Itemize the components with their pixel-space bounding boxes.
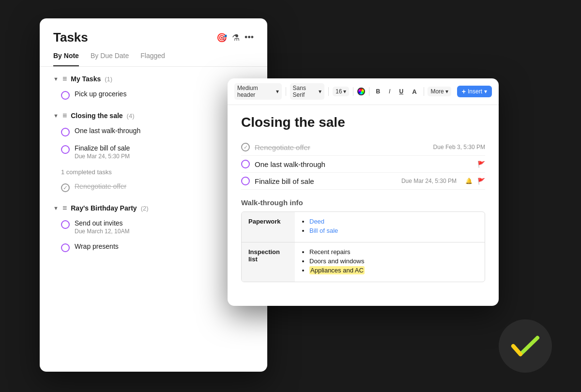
link-bill-of-sale[interactable]: Bill of sale <box>309 227 338 234</box>
task-checkbox-groceries[interactable] <box>61 91 70 100</box>
chevron-down-icon-2: ▾ <box>319 88 321 95</box>
section-icon-my-tasks: ≡ <box>62 75 67 83</box>
chevron-down-icon-5: ▾ <box>484 88 487 95</box>
task-checkbox-renegotiate[interactable]: ✓ <box>61 183 70 192</box>
editor-task-renegotiate[interactable]: ✓ Renegotiate offer Due Feb 3, 5:30 PM <box>241 139 485 156</box>
toolbar-divider-5 <box>424 87 424 96</box>
task-checkbox-presents[interactable] <box>61 243 70 252</box>
task-content-bill: Finalize bill of sale Due Mar 24, 5:30 P… <box>75 144 231 160</box>
editor-task-name-bill: Finalize bill of sale <box>255 177 397 185</box>
color-picker[interactable] <box>357 88 365 95</box>
italic-button[interactable]: I <box>386 87 393 96</box>
section-arrow-my-tasks[interactable]: ▼ <box>53 76 59 82</box>
tasks-header: Tasks 🎯 ⚗ ••• <box>40 18 267 45</box>
task-due-invites: Due March 12, 10AM <box>75 228 231 235</box>
flag-icon-walkthrough: 🚩 <box>477 161 485 168</box>
flag-icon-editor-bill: 🚩 <box>477 178 485 185</box>
editor-check-bill[interactable] <box>241 177 250 185</box>
toolbar-divider-1 <box>286 87 286 96</box>
editor-task-bill[interactable]: Finalize bill of sale Due Mar 24, 5:30 P… <box>241 173 485 190</box>
filter-icon[interactable]: ⚗ <box>232 32 240 43</box>
table-value-inspection: Recent repairs Doors and windows Applian… <box>295 242 485 282</box>
chevron-down-icon-4: ▾ <box>445 88 448 95</box>
section-count-birthday: (2) <box>141 205 149 212</box>
editor-task-due-bill: Due Mar 24, 5:30 PM <box>401 178 457 184</box>
task-name-renegotiate: Renegotiate offer <box>75 182 254 190</box>
section-arrow-closing[interactable]: ▼ <box>53 113 59 119</box>
style-select[interactable]: Medium header ▾ <box>234 83 282 100</box>
editor-title: Closing the sale <box>241 115 485 130</box>
task-content-invites: Send out invites Due March 12, 10AM <box>75 219 231 235</box>
info-table: Paperwork Deed Bill of sale Inspection l… <box>241 211 485 282</box>
task-due-bill: Due Mar 24, 5:30 PM <box>75 153 231 160</box>
chevron-down-icon-3: ▾ <box>343 88 346 95</box>
toolbar-divider-4 <box>369 87 369 96</box>
table-row-inspection: Inspection list Recent repairs Doors and… <box>242 242 485 282</box>
toolbar-divider-2 <box>328 87 329 96</box>
bell-icon-editor-bill: 🔔 <box>465 178 473 184</box>
task-checkbox-walk[interactable] <box>61 128 70 136</box>
table-row-paperwork: Paperwork Deed Bill of sale <box>242 212 485 242</box>
assign-icon[interactable]: 🎯 <box>216 32 227 43</box>
size-select[interactable]: 16 ▾ <box>333 87 349 96</box>
highlight-button[interactable]: A <box>409 87 419 97</box>
table-label-paperwork: Paperwork <box>242 212 295 242</box>
tab-by-note[interactable]: By Note <box>53 52 79 66</box>
toolbar-divider-3 <box>353 87 353 96</box>
section-title-birthday: Ray's Birthday Party <box>71 204 137 212</box>
task-name-invites: Send out invites <box>75 219 231 227</box>
editor-task-name-renegotiate: Renegotiate offer <box>255 143 428 151</box>
section-count-closing: (4) <box>127 112 135 120</box>
tab-flagged[interactable]: Flagged <box>140 52 165 66</box>
inspection-item-2: Doors and windows <box>309 257 478 265</box>
section-title-my-tasks: My Tasks <box>71 75 101 83</box>
editor-task-walkthrough[interactable]: One last walk-through 🚩 <box>241 156 485 173</box>
task-checkbox-invites[interactable] <box>61 220 70 229</box>
table-value-paperwork: Deed Bill of sale <box>295 212 485 242</box>
font-select[interactable]: Sans Serif ▾ <box>290 83 325 100</box>
header-icons: 🎯 ⚗ ••• <box>216 32 254 43</box>
editor-task-due-renegotiate: Due Feb 3, 5:30 PM <box>433 144 485 151</box>
section-icon-birthday: ≡ <box>62 204 67 212</box>
underline-button[interactable]: U <box>396 87 406 96</box>
highlight-appliances: Appliances and AC <box>309 266 365 274</box>
editor-content: Closing the sale ✓ Renegotiate offer Due… <box>228 105 499 306</box>
task-content-renegotiate: Renegotiate offer <box>75 182 254 190</box>
chevron-down-icon: ▾ <box>276 88 279 95</box>
editor-check-renegotiate[interactable]: ✓ <box>241 143 250 151</box>
more-select[interactable]: More ▾ <box>428 87 451 96</box>
task-name-presents: Wrap presents <box>75 242 254 250</box>
more-icon[interactable]: ••• <box>245 32 254 43</box>
section-arrow-birthday[interactable]: ▼ <box>53 205 59 211</box>
task-name-groceries: Pick up groceries <box>75 90 241 98</box>
editor-toolbar: Medium header ▾ Sans Serif ▾ 16 ▾ B I U … <box>228 78 499 105</box>
check-circle <box>499 319 552 373</box>
task-content-groceries: Pick up groceries <box>75 90 241 98</box>
checkmark-icon <box>511 334 540 358</box>
inspection-item-3: Appliances and AC <box>309 267 478 274</box>
task-content-presents: Wrap presents <box>75 242 254 250</box>
section-count-my-tasks: (1) <box>105 75 112 83</box>
tasks-title: Tasks <box>53 30 88 45</box>
section-title-closing: Closing the sale <box>71 112 122 120</box>
table-label-inspection: Inspection list <box>242 242 295 282</box>
bold-button[interactable]: B <box>373 87 383 96</box>
tasks-tabs: By Note By Due Date Flagged <box>40 45 267 67</box>
editor-panel: Medium header ▾ Sans Serif ▾ 16 ▾ B I U … <box>228 78 499 306</box>
editor-check-walkthrough[interactable] <box>241 160 250 168</box>
task-checkbox-bill[interactable] <box>61 145 70 154</box>
walkthrough-section-heading: Walk-through info <box>241 198 485 207</box>
link-deed[interactable]: Deed <box>309 218 324 225</box>
inspection-item-1: Recent repairs <box>309 248 478 256</box>
insert-button[interactable]: + Insert ▾ <box>457 86 492 97</box>
task-name-walk: One last walk-through <box>75 127 231 135</box>
editor-task-name-walkthrough: One last walk-through <box>255 160 468 168</box>
section-icon-closing: ≡ <box>62 111 67 120</box>
task-content-walk: One last walk-through <box>75 127 231 135</box>
tab-by-due-date[interactable]: By Due Date <box>91 52 129 66</box>
task-name-bill: Finalize bill of sale <box>75 144 231 152</box>
